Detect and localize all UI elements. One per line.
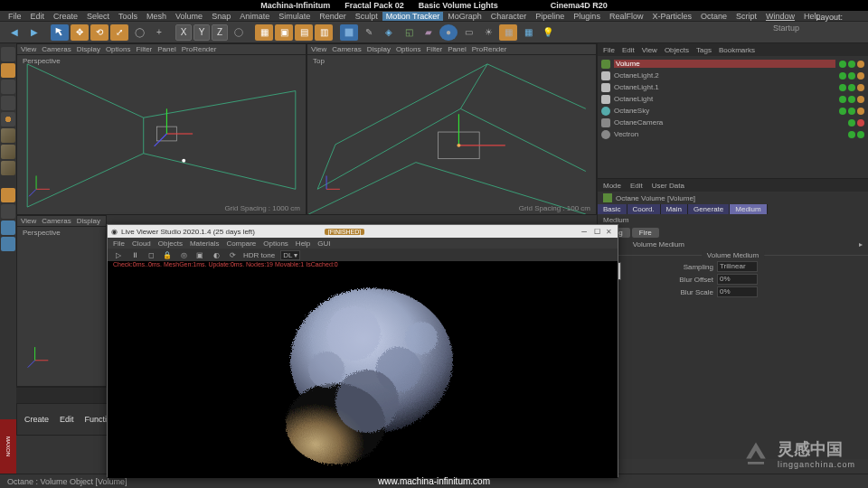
move-tool[interactable]: ✥	[71, 24, 89, 41]
tab-medium[interactable]: Medium	[730, 204, 767, 214]
object-row[interactable]: OctaneSky	[601, 105, 864, 117]
add-subdiv[interactable]: ◈	[380, 24, 398, 41]
menu-animate[interactable]: Animate	[235, 12, 274, 21]
blur-offset-input[interactable]: 0%	[717, 274, 758, 285]
last-tool[interactable]: ◯	[130, 24, 148, 41]
undo-button[interactable]: ◀	[5, 24, 24, 41]
object-row[interactable]: OctaneLight.1	[601, 81, 864, 93]
menu-mograph[interactable]: MoGraph	[443, 12, 486, 21]
object-row[interactable]: Vectron	[601, 128, 864, 140]
viewport-perspective[interactable]: ViewCamerasDisplayOptionsFilterPanelProR…	[16, 43, 307, 215]
menu-pipeline[interactable]: Pipeline	[531, 12, 569, 21]
mat-edit[interactable]: Edit	[60, 415, 74, 424]
svg-line-19	[317, 108, 460, 189]
fire-button[interactable]: Fire	[632, 228, 659, 238]
menu-motion-tracker[interactable]: Motion Tracker	[382, 12, 444, 21]
add-light[interactable]: ☀	[479, 24, 497, 41]
coord-system[interactable]	[230, 24, 248, 41]
menu-simulate[interactable]: Simulate	[274, 12, 315, 21]
tab-basic[interactable]: Basic	[598, 204, 627, 214]
rotate-tool[interactable]: ⟲	[90, 24, 108, 41]
render-view[interactable]: ▦	[255, 24, 273, 41]
blur-scale-input[interactable]: 0%	[717, 286, 758, 297]
workplane[interactable]	[1, 96, 15, 110]
scale-tool[interactable]: ⤢	[110, 24, 128, 41]
make-editable[interactable]	[1, 47, 15, 61]
menu-script[interactable]: Script	[731, 12, 761, 21]
maximize-icon[interactable]: ☐	[590, 228, 603, 236]
minimize-icon[interactable]: ─	[578, 228, 590, 236]
lv-region[interactable]: ▣	[194, 249, 205, 260]
axis-y[interactable]: Y	[193, 24, 210, 41]
viewport-top[interactable]: ViewCamerasDisplayOptionsFilterPanelProR…	[307, 43, 597, 215]
viewport-perspective-2[interactable]: ViewCamerasDisplay Perspective	[16, 215, 107, 387]
axis-mode[interactable]	[1, 237, 15, 251]
bulb-icon[interactable]: 💡	[539, 24, 557, 41]
object-row[interactable]: OctaneLight.2	[601, 70, 864, 81]
menu-select[interactable]: Select	[82, 12, 114, 21]
add-env[interactable]: ●	[439, 24, 458, 41]
uv-mode[interactable]	[1, 161, 15, 175]
snap-toggle[interactable]	[1, 188, 15, 202]
render-output[interactable]	[108, 270, 618, 478]
menu-octane[interactable]: Octane	[696, 12, 731, 21]
menu-character[interactable]: Character	[486, 12, 532, 21]
menu-realflow[interactable]: RealFlow	[605, 12, 648, 21]
select-tool[interactable]	[51, 24, 69, 41]
object-row[interactable]: OctaneLight	[601, 93, 864, 105]
model-mode[interactable]	[1, 63, 15, 78]
object-row[interactable]: OctaneCamera	[601, 117, 864, 128]
lv-stop[interactable]: ◻	[146, 249, 156, 260]
menu-volume[interactable]: Volume	[171, 12, 207, 21]
point-mode[interactable]	[1, 112, 15, 127]
tab-coord[interactable]: Coord.	[627, 204, 661, 214]
lv-lock[interactable]: 🔒	[162, 249, 173, 260]
app-title-bar: Machina-InfinitumFractal Pack 02Basic Vo…	[0, 0, 868, 11]
locked-tool[interactable]: +	[150, 24, 168, 41]
render-active[interactable]: ▣	[275, 24, 293, 41]
add-cube[interactable]	[340, 24, 358, 41]
add-volume[interactable]: ▦	[499, 24, 517, 41]
menu-xparticles[interactable]: X-Particles	[647, 12, 696, 21]
grid-icon[interactable]: ▦	[519, 24, 537, 41]
menu-create[interactable]: Create	[49, 12, 82, 21]
menu-tools[interactable]: Tools	[114, 12, 142, 21]
add-array[interactable]: ◱	[400, 24, 418, 41]
lv-pause[interactable]: ⏸	[129, 249, 140, 260]
snap-settings[interactable]	[1, 204, 15, 219]
add-deform[interactable]: ▰	[420, 24, 438, 41]
menu-plugins[interactable]: Plugins	[569, 12, 605, 21]
layout-dropdown[interactable]: Startup	[773, 23, 799, 33]
poly-mode[interactable]	[1, 145, 15, 159]
hdr-dropdown[interactable]: DL ▾	[280, 250, 300, 260]
add-pen[interactable]: ✎	[360, 24, 378, 41]
lv-channel[interactable]: ◐	[211, 249, 222, 260]
menu-window[interactable]: Window	[761, 12, 799, 21]
lv-start[interactable]: ▷	[113, 249, 124, 260]
object-row[interactable]: Volume	[601, 58, 864, 70]
lv-pick[interactable]: ◎	[178, 249, 189, 260]
axis-z[interactable]: Z	[212, 24, 228, 41]
menu-sculpt[interactable]: Sculpt	[351, 12, 382, 21]
redo-button[interactable]: ▶	[25, 24, 43, 41]
edge-mode[interactable]	[1, 128, 15, 143]
viewport-solo[interactable]	[1, 221, 15, 235]
tab-main[interactable]: Main	[661, 204, 688, 214]
sampling-dropdown[interactable]: Trilinear	[717, 261, 758, 272]
texture-mode[interactable]	[1, 80, 15, 94]
menu-mesh[interactable]: Mesh	[142, 12, 171, 21]
close-icon[interactable]: ✕	[603, 228, 614, 236]
add-cam[interactable]: ▭	[459, 24, 477, 41]
live-viewer-titlebar[interactable]: ◉Live Viewer Studio 2020.1.4 (25 days le…	[108, 225, 618, 238]
menu-snap[interactable]: Snap	[207, 12, 235, 21]
tab-generate[interactable]: Generate	[688, 204, 730, 214]
menu-render[interactable]: Render	[315, 12, 351, 21]
axis-x[interactable]: X	[175, 24, 192, 41]
mat-create[interactable]: Create	[24, 415, 49, 424]
render-picture[interactable]: ▤	[295, 24, 313, 41]
menu-file[interactable]: File	[4, 12, 26, 21]
menu-edit[interactable]: Edit	[26, 12, 50, 21]
render-settings[interactable]: ▥	[315, 24, 333, 41]
svg-line-12	[155, 134, 167, 146]
lv-refresh[interactable]: ⟳	[227, 249, 238, 260]
